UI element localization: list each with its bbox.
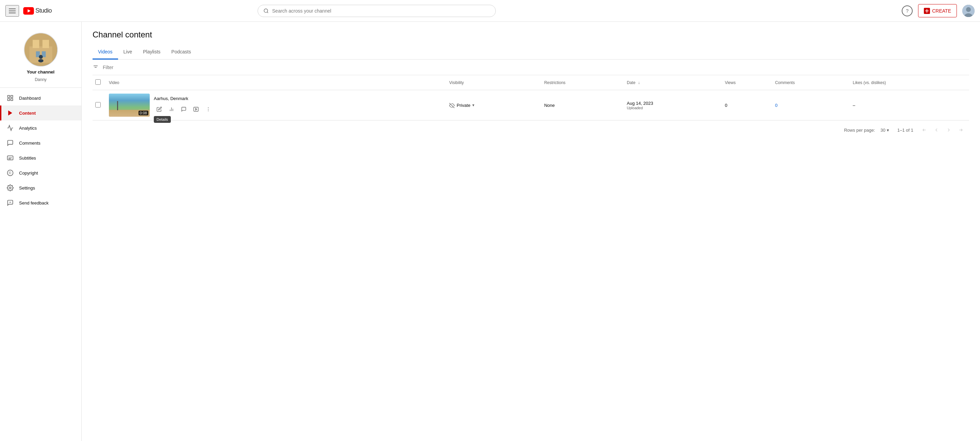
row-checkbox-cell [92,90,106,121]
thumbnail-wrapper: 0:08 [109,94,150,117]
page-info: 1–1 of 1 [897,127,913,133]
sidebar-item-label: Settings [19,185,35,191]
sort-arrow: ↓ [638,80,640,85]
top-navigation: Studio ? CREATE [0,0,980,22]
video-info: Aarhus, Denmark [154,96,444,115]
feedback-icon [7,199,14,206]
svg-rect-18 [8,96,10,98]
create-button[interactable]: CREATE [918,4,957,18]
svg-marker-37 [196,108,197,110]
content-area: Channel content Videos Live Playlists Po… [82,22,980,441]
sidebar-item-label: Content [19,111,36,116]
video-col-header: Video [106,75,447,90]
nav-left: Studio [5,5,52,17]
channel-handle: Danny [35,77,47,82]
tab-playlists[interactable]: Playlists [137,45,166,60]
page-title: Channel content [92,30,969,40]
tab-live[interactable]: Live [118,45,138,60]
next-page-button[interactable] [943,124,954,135]
analytics-icon [7,124,14,131]
logo[interactable]: Studio [23,7,52,14]
date-cell: Aug 14, 2023 Uploaded [624,90,722,121]
filter-icon [92,64,99,71]
details-button[interactable] [154,104,165,115]
row-checkbox[interactable] [95,102,101,108]
svg-rect-36 [194,107,198,111]
tab-videos[interactable]: Videos [92,45,118,60]
sidebar-item-comments[interactable]: Comments [0,135,81,150]
table-row: 0:08 Aarhus, Denmark [92,90,969,121]
main-container: Your channel Danny Dashboard [0,22,980,441]
youtube-icon [23,7,34,14]
table-header-row: Video Visibility Restrictions Date ↓ Vie… [92,75,969,90]
svg-text:©: © [9,171,11,175]
monetization-button[interactable] [191,104,202,115]
analytics-button[interactable] [166,104,177,115]
sidebar: Your channel Danny Dashboard [0,22,82,441]
svg-rect-20 [8,99,10,101]
visibility-dropdown[interactable]: ▾ [472,103,474,108]
avatar[interactable] [962,5,975,17]
sidebar-item-label: Comments [19,140,40,146]
duration-badge: 0:08 [138,111,148,115]
sidebar-item-analytics[interactable]: Analytics [0,121,81,135]
restrictions-text: None [544,103,555,108]
sidebar-item-copyright[interactable]: © Copyright [0,166,81,180]
nav-right: ? CREATE [902,4,975,18]
sidebar-item-label: Copyright [19,170,38,175]
plus-icon [924,7,930,14]
channel-avatar[interactable] [24,33,58,67]
prev-page-button[interactable] [931,124,942,135]
dashboard-icon [7,95,14,101]
sidebar-nav: Dashboard Content Analytics [0,91,81,441]
svg-rect-21 [11,99,13,101]
svg-marker-22 [8,111,12,116]
svg-point-2 [264,9,268,13]
visibility-text: Private [457,103,470,108]
date-col-header[interactable]: Date ↓ [624,75,722,90]
svg-point-40 [208,110,208,111]
video-cell: 0:08 Aarhus, Denmark [106,90,447,121]
more-options-button[interactable] [203,104,214,115]
last-page-button[interactable] [956,124,966,135]
views-value: 0 [725,103,727,108]
sidebar-item-label: Analytics [19,126,37,131]
logo-text: Studio [35,7,52,14]
first-page-button[interactable] [919,124,930,135]
comments-value[interactable]: 0 [775,103,778,108]
help-button[interactable]: ? [902,5,913,16]
svg-line-3 [267,12,268,13]
rows-per-page-label: Rows per page: [844,127,875,133]
sidebar-item-feedback[interactable]: Send feedback [0,195,81,210]
svg-rect-19 [11,96,13,98]
sidebar-item-subtitles[interactable]: Subtitles [0,150,81,166]
sidebar-item-content[interactable]: Content [0,105,81,121]
search-icon [263,8,269,14]
sidebar-item-settings[interactable]: Settings [0,180,81,195]
private-icon [449,102,455,108]
svg-rect-12 [33,40,39,48]
date-value: Aug 14, 2023 [627,101,719,106]
views-cell: 0 [722,90,772,121]
tab-podcasts[interactable]: Podcasts [166,45,197,60]
comments-button[interactable] [178,104,189,115]
settings-icon [7,185,14,191]
sidebar-item-label: Dashboard [19,96,41,101]
visibility-cell-inner: Private ▾ [449,102,539,108]
filter-bar [92,60,969,75]
likes-col-header: Likes (vs. dislikes) [850,75,969,90]
svg-point-16 [39,55,43,59]
filter-input[interactable] [103,65,162,70]
search-input[interactable] [272,8,490,14]
content-tabs: Videos Live Playlists Podcasts [92,45,969,60]
svg-point-28 [10,187,11,189]
video-table: Video Visibility Restrictions Date ↓ Vie… [92,75,969,121]
channel-name: Your channel [27,69,54,75]
rows-per-page-select[interactable]: 30 ▾ [878,126,892,134]
sidebar-item-dashboard[interactable]: Dashboard [0,91,81,105]
visibility-cell: Private ▾ [447,90,541,121]
rows-per-page: Rows per page: 30 ▾ [844,126,892,134]
likes-value: – [853,103,855,108]
menu-button[interactable] [5,5,19,17]
select-all-checkbox[interactable] [95,79,101,85]
